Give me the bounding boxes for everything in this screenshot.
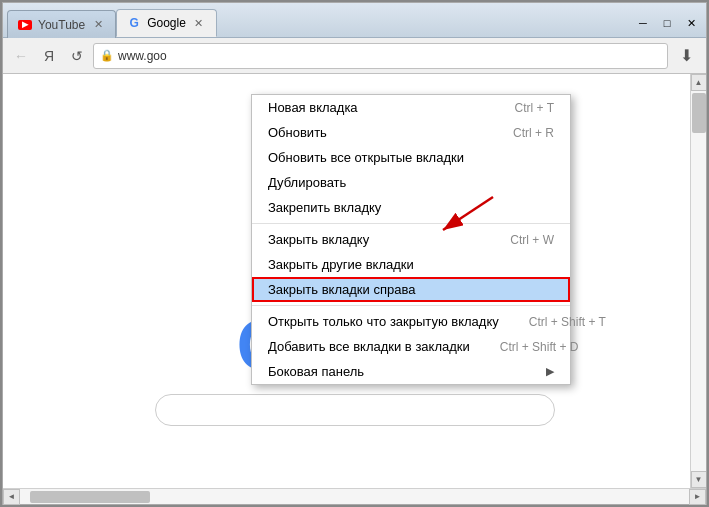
content-area: Google Новая вкладка Ctrl + T Обновить C… [3, 74, 706, 488]
menu-bookmark-all-label: Добавить все вкладки в закладки [268, 339, 470, 354]
menu-close-right[interactable]: Закрыть вкладки справа [252, 277, 570, 302]
context-menu: Новая вкладка Ctrl + T Обновить Ctrl + R… [251, 94, 571, 385]
menu-reopen[interactable]: Открыть только что закрытую вкладку Ctrl… [252, 309, 570, 334]
scroll-track-bottom[interactable] [20, 489, 689, 504]
menu-new-tab[interactable]: Новая вкладка Ctrl + T [252, 95, 570, 120]
yandex-logo[interactable]: Я [37, 44, 61, 68]
lock-icon: 🔒 [100, 49, 114, 62]
nav-bar: ← Я ↺ 🔒 www.goo ⬇ [3, 38, 706, 74]
menu-close-other[interactable]: Закрыть другие вкладки [252, 252, 570, 277]
menu-sidebar-label: Боковая панель [268, 364, 364, 379]
menu-refresh-all-label: Обновить все открытые вкладки [268, 150, 464, 165]
maximize-button[interactable]: □ [656, 13, 678, 33]
menu-bookmark-all[interactable]: Добавить все вкладки в закладки Ctrl + S… [252, 334, 570, 359]
minimize-button[interactable]: ─ [632, 13, 654, 33]
menu-refresh-all[interactable]: Обновить все открытые вкладки [252, 145, 570, 170]
menu-reopen-shortcut: Ctrl + Shift + T [529, 315, 606, 329]
tab-youtube[interactable]: ▶ YouTube ✕ [7, 10, 116, 38]
menu-close-right-label: Закрыть вкладки справа [268, 282, 415, 297]
menu-reopen-label: Открыть только что закрытую вкладку [268, 314, 499, 329]
menu-close-other-label: Закрыть другие вкладки [268, 257, 414, 272]
submenu-arrow-icon: ▶ [546, 365, 554, 378]
window-controls: ─ □ ✕ [632, 13, 702, 37]
bottom-scrollbar: ◄ ► [3, 488, 706, 504]
youtube-favicon: ▶ [18, 18, 32, 32]
menu-close-tab[interactable]: Закрыть вкладку Ctrl + W [252, 227, 570, 252]
scroll-up-button[interactable]: ▲ [691, 74, 707, 91]
search-box[interactable] [155, 394, 555, 426]
menu-separator-2 [252, 305, 570, 306]
menu-refresh-shortcut: Ctrl + R [513, 126, 554, 140]
menu-duplicate-label: Дублировать [268, 175, 346, 190]
menu-sidebar[interactable]: Боковая панель ▶ [252, 359, 570, 384]
address-text: www.goo [118, 49, 167, 63]
tab-youtube-label: YouTube [38, 18, 85, 32]
title-bar: ▶ YouTube ✕ G Google ✕ ─ □ ✕ [3, 3, 706, 38]
menu-new-tab-label: Новая вкладка [268, 100, 358, 115]
menu-close-tab-label: Закрыть вкладку [268, 232, 369, 247]
menu-duplicate[interactable]: Дублировать [252, 170, 570, 195]
close-window-button[interactable]: ✕ [680, 13, 702, 33]
scroll-track-right[interactable] [691, 91, 706, 471]
menu-refresh-label: Обновить [268, 125, 327, 140]
tab-google-label: Google [147, 16, 186, 30]
browser-window: ▶ YouTube ✕ G Google ✕ ─ □ ✕ ← Я ↺ 🔒 www… [2, 2, 707, 505]
tab-google-close[interactable]: ✕ [192, 16, 206, 30]
refresh-button[interactable]: ↺ [65, 44, 89, 68]
scroll-right-button[interactable]: ► [689, 489, 706, 505]
menu-new-tab-shortcut: Ctrl + T [515, 101, 554, 115]
back-button[interactable]: ← [9, 44, 33, 68]
tab-youtube-close[interactable]: ✕ [91, 18, 105, 32]
tab-google[interactable]: G Google ✕ [116, 9, 217, 37]
address-bar[interactable]: 🔒 www.goo [93, 43, 668, 69]
menu-pin-tab[interactable]: Закрепить вкладку [252, 195, 570, 220]
scroll-thumb-bottom[interactable] [30, 491, 150, 503]
google-favicon: G [127, 16, 141, 30]
scroll-thumb-right[interactable] [692, 93, 706, 133]
scroll-left-button[interactable]: ◄ [3, 489, 20, 505]
menu-refresh[interactable]: Обновить Ctrl + R [252, 120, 570, 145]
menu-close-tab-shortcut: Ctrl + W [510, 233, 554, 247]
menu-bookmark-all-shortcut: Ctrl + Shift + D [500, 340, 579, 354]
page-content: Google Новая вкладка Ctrl + T Обновить C… [3, 74, 706, 488]
scroll-down-button[interactable]: ▼ [691, 471, 707, 488]
menu-separator-1 [252, 223, 570, 224]
download-button[interactable]: ⬇ [672, 44, 700, 68]
right-scrollbar: ▲ ▼ [690, 74, 706, 488]
menu-pin-tab-label: Закрепить вкладку [268, 200, 381, 215]
